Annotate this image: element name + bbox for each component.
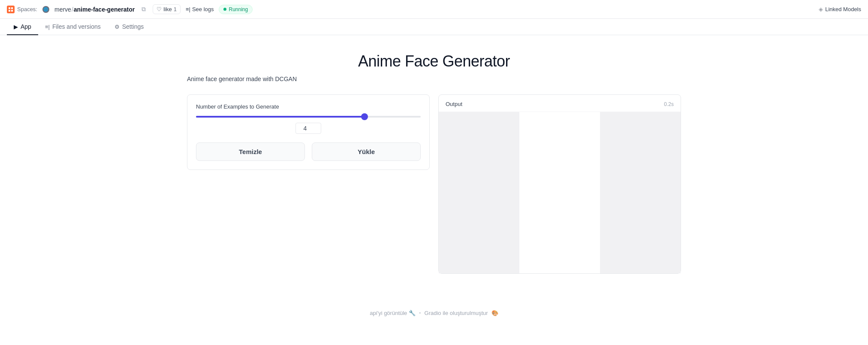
svg-rect-0 — [9, 7, 10, 9]
spaces-icon — [7, 6, 15, 13]
linked-models-label: Linked Models — [825, 6, 861, 12]
app-icon: ▶ — [14, 24, 18, 30]
settings-icon: ⚙ — [115, 24, 120, 30]
left-column: Number of Examples to Generate Temizle Y… — [187, 94, 430, 170]
output-header: Output 0.2s — [439, 95, 681, 112]
slider-track — [196, 116, 421, 118]
tab-files-label: Files and versions — [52, 23, 101, 30]
tab-app-label: App — [21, 23, 31, 30]
output-label: Output — [446, 101, 462, 107]
output-images — [439, 112, 681, 273]
app-title: Anime Face Generator — [187, 52, 681, 70]
like-count: 1 — [174, 6, 177, 12]
tabs-bar: ▶ App ≡| Files and versions ⚙ Settings — [0, 19, 868, 35]
tab-files[interactable]: ≡| Files and versions — [38, 19, 108, 35]
output-time: 0.2s — [664, 101, 674, 107]
output-image-5 — [519, 193, 600, 273]
submit-button[interactable]: Yükle — [312, 142, 421, 161]
repo-path: merve/anime-face-generator — [54, 6, 135, 13]
slider-thumb[interactable] — [361, 113, 368, 120]
svg-rect-1 — [11, 7, 13, 9]
logs-label: See logs — [192, 6, 214, 12]
running-label: Running — [229, 6, 248, 12]
main-content: Anime Face Generator Anime face generato… — [177, 35, 691, 300]
columns: Number of Examples to Generate Temizle Y… — [187, 94, 681, 274]
tab-settings[interactable]: ⚙ Settings — [108, 19, 151, 35]
tab-settings-label: Settings — [122, 23, 144, 30]
running-dot — [223, 8, 226, 11]
repo-name: anime-face-generator — [74, 6, 135, 13]
linked-models-button[interactable]: ◈ Linked Models — [819, 6, 861, 12]
running-badge: Running — [219, 5, 253, 14]
heart-icon: ♡ — [157, 6, 162, 12]
linked-models-icon: ◈ — [819, 6, 823, 12]
slider-label: Number of Examples to Generate — [196, 103, 421, 110]
spaces-text: Spaces: — [17, 6, 37, 12]
api-link[interactable]: api'yi görüntüle 🔧 — [370, 310, 416, 316]
spaces-label: Spaces: — [7, 6, 37, 13]
tab-app[interactable]: ▶ App — [7, 19, 38, 35]
output-image-6 — [600, 193, 681, 273]
svg-rect-3 — [11, 10, 13, 12]
wrench-icon: 🔧 — [409, 310, 416, 316]
like-button[interactable]: ♡ like 1 — [153, 4, 181, 14]
clear-button[interactable]: Temizle — [196, 142, 305, 161]
files-icon: ≡| — [45, 24, 50, 30]
globe-icon: 🌐 — [42, 6, 49, 13]
gradio-icon: 🎨 — [491, 310, 498, 316]
right-column: Output 0.2s — [438, 94, 681, 274]
input-panel: Number of Examples to Generate Temizle Y… — [187, 94, 430, 170]
navbar: Spaces: 🌐 merve/anime-face-generator ⧉ ♡… — [0, 0, 868, 19]
slider-container — [196, 116, 421, 134]
app-subtitle: Anime face generator made with DCGAN — [187, 76, 681, 82]
built-with: Gradio ile oluşturulmuştur — [425, 310, 488, 316]
org-name: merve — [54, 6, 71, 13]
button-row: Temizle Yükle — [196, 142, 421, 161]
copy-button[interactable]: ⧉ — [140, 5, 148, 14]
slider-fill — [196, 116, 365, 118]
output-image-4 — [439, 193, 519, 273]
like-label: like — [163, 6, 172, 12]
svg-rect-2 — [9, 10, 10, 12]
logs-button[interactable]: ≡| See logs — [186, 6, 214, 12]
api-label: api'yi görüntüle — [370, 310, 407, 316]
output-panel: Output 0.2s — [438, 94, 681, 274]
footer: api'yi görüntüle 🔧 • Gradio ile oluşturu… — [0, 300, 868, 327]
logs-icon: ≡| — [186, 6, 190, 12]
footer-dot: • — [419, 310, 421, 316]
